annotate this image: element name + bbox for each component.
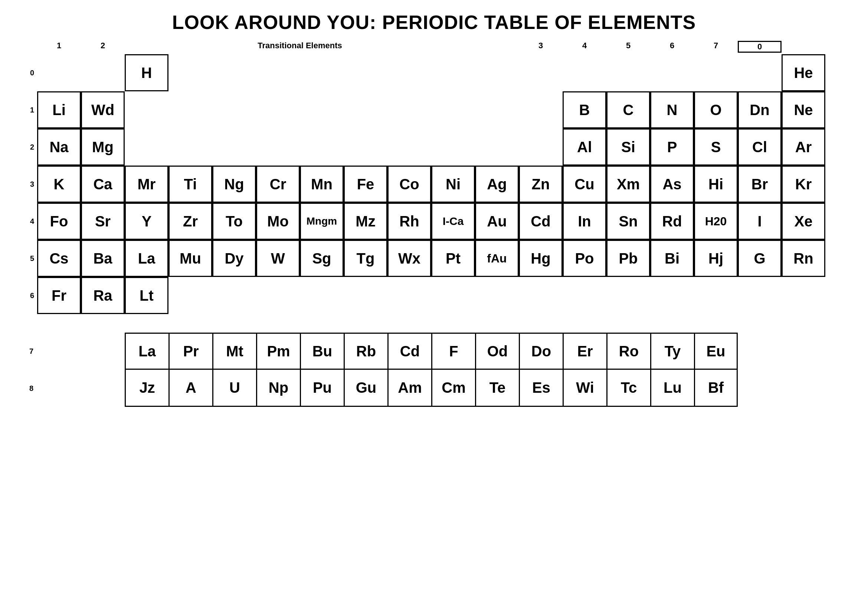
element-Pr: Pr [169,333,212,370]
element-Od: Od [475,333,519,370]
element-Ty: Ty [650,333,694,370]
element-Do: Do [519,333,563,370]
element-Mn: Mn [300,166,344,203]
element-C: C [606,91,650,129]
row-label-1: 1 [15,106,37,114]
element-Am: Am [388,370,431,407]
col-header-0: 0 [738,41,781,53]
element-La-lower: La [125,333,169,370]
element-Si: Si [606,129,650,166]
element-Rd: Rd [650,203,694,240]
col-header-7: 7 [694,41,738,53]
element-Fe: Fe [344,166,388,203]
element-Er: Er [563,333,606,370]
element-Pb: Pb [606,240,650,277]
element-As: As [650,166,694,203]
element-Mz: Mz [344,203,388,240]
element-I-Ca: I-Ca [431,203,475,240]
element-Ar: Ar [781,129,825,166]
element-Ne: Ne [781,91,825,129]
element-Ba: Ba [81,240,125,277]
element-Hg: Hg [519,240,563,277]
element-Es: Es [519,370,563,407]
element-Co: Co [388,166,431,203]
element-To: To [212,203,256,240]
element-Jz: Jz [125,370,169,407]
element-Hi: Hi [694,166,738,203]
element-H20: H20 [694,203,738,240]
lower-row-label-8: 8 [15,370,37,407]
element-Xm: Xm [606,166,650,203]
element-Pt: Pt [431,240,475,277]
element-Rh: Rh [388,203,431,240]
row-label-2: 2 [15,143,37,152]
element-Mg: Mg [81,129,125,166]
element-G: G [738,240,781,277]
element-La: La [125,240,169,277]
element-Cm: Cm [431,370,475,407]
element-Tc: Tc [606,370,650,407]
element-Cl: Cl [738,129,781,166]
col-header-1: 1 [37,41,81,53]
col-header-6: 6 [650,41,694,53]
element-Au: Au [475,203,519,240]
element-Na: Na [37,129,81,166]
element-Gu: Gu [344,370,388,407]
lower-row-label-7: 7 [15,333,37,370]
element-Ni: Ni [431,166,475,203]
element-O: O [694,91,738,129]
element-H: H [125,54,169,91]
element-Rb: Rb [344,333,388,370]
element-Dn: Dn [738,91,781,129]
row-label-3: 3 [15,180,37,189]
element-Mt: Mt [212,333,256,370]
element-A: A [169,370,212,407]
element-In: In [563,203,606,240]
element-Wi: Wi [563,370,606,407]
element-Ng: Ng [212,166,256,203]
element-Br: Br [738,166,781,203]
element-Sr: Sr [81,203,125,240]
element-Mu: Mu [169,240,212,277]
element-Pm: Pm [256,333,300,370]
element-Li: Li [37,91,81,129]
element-W: W [256,240,300,277]
row-label-6: 6 [15,291,37,300]
element-Dy: Dy [212,240,256,277]
element-Y: Y [125,203,169,240]
element-N: N [650,91,694,129]
transitional-label: Transitional Elements [125,41,475,51]
element-U: U [212,370,256,407]
element-Ra: Ra [81,277,125,314]
element-Fr: Fr [37,277,81,314]
element-F: F [431,333,475,370]
element-Sg: Sg [300,240,344,277]
element-Eu: Eu [694,333,738,370]
element-P: P [650,129,694,166]
element-Ca: Ca [81,166,125,203]
element-Mo: Mo [256,203,300,240]
element-Po: Po [563,240,606,277]
element-Bi: Bi [650,240,694,277]
element-Cd: Cd [519,203,563,240]
element-S: S [694,129,738,166]
col-header-2: 2 [81,41,125,53]
element-Kr: Kr [781,166,825,203]
element-He: He [781,54,825,91]
element-Wd: Wd [81,91,125,129]
element-I: I [738,203,781,240]
element-Tg: Tg [344,240,388,277]
element-Zr: Zr [169,203,212,240]
element-fAu: fAu [475,240,519,277]
element-Lu: Lu [650,370,694,407]
row-label-0: 0 [15,69,37,77]
element-Cr: Cr [256,166,300,203]
element-Ag: Ag [475,166,519,203]
periodic-table: 1 2 Transitional Elements 3 4 5 6 7 0 0 … [15,41,853,407]
element-Mr: Mr [125,166,169,203]
element-Hj: Hj [694,240,738,277]
element-B: B [563,91,606,129]
element-Te: Te [475,370,519,407]
element-Ti: Ti [169,166,212,203]
element-Mngm: Mngm [300,203,344,240]
